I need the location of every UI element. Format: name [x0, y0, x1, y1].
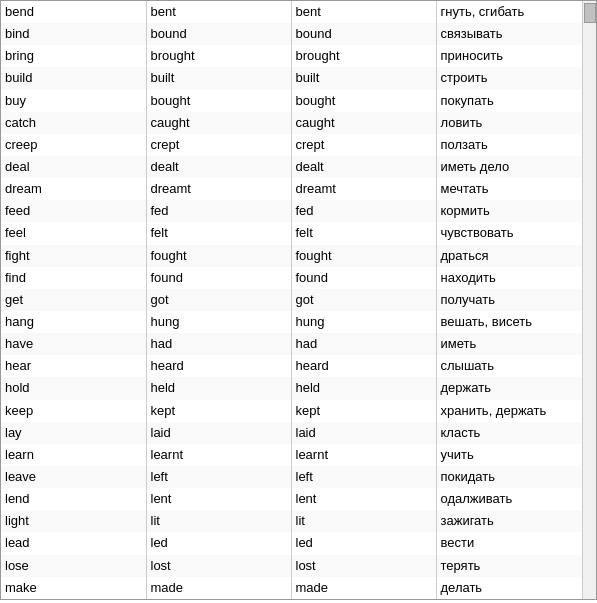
table-cell: hold	[1, 377, 146, 399]
table-row: catchcaughtcaughtловить	[1, 112, 584, 134]
table-cell: вешать, висеть	[436, 311, 584, 333]
table-row: lendlentlentодалживать	[1, 488, 584, 510]
table-cell: buy	[1, 90, 146, 112]
table-cell: catch	[1, 112, 146, 134]
table-cell: led	[291, 532, 436, 554]
table-cell: находить	[436, 267, 584, 289]
table-cell: lend	[1, 488, 146, 510]
table-cell: found	[146, 267, 291, 289]
table-cell: lose	[1, 555, 146, 577]
table-cell: learn	[1, 444, 146, 466]
table-cell: fight	[1, 245, 146, 267]
table-row: bringbroughtbroughtприносить	[1, 45, 584, 67]
table-cell: терять	[436, 555, 584, 577]
table-row: learnlearntlearntучить	[1, 444, 584, 466]
table-cell: keep	[1, 400, 146, 422]
table-cell: build	[1, 67, 146, 89]
table-cell: led	[146, 532, 291, 554]
table-cell: bound	[146, 23, 291, 45]
table-cell: гнуть, сгибать	[436, 1, 584, 23]
table-row: dealdealtdealtиметь дело	[1, 156, 584, 178]
table-cell: хранить, держать	[436, 400, 584, 422]
table-cell: learnt	[291, 444, 436, 466]
table-cell: left	[291, 466, 436, 488]
table-cell: brought	[291, 45, 436, 67]
table-cell: fought	[291, 245, 436, 267]
irregular-verbs-table: bendbentbentгнуть, сгибатьbindboundbound…	[1, 1, 584, 599]
table-cell: связывать	[436, 23, 584, 45]
table-cell: приносить	[436, 45, 584, 67]
table-cell: fed	[146, 200, 291, 222]
table-cell: получать	[436, 289, 584, 311]
table-cell: got	[291, 289, 436, 311]
table-cell: bound	[291, 23, 436, 45]
table-cell: learnt	[146, 444, 291, 466]
table-row: bindboundboundсвязывать	[1, 23, 584, 45]
table-cell: lent	[146, 488, 291, 510]
table-cell: покупать	[436, 90, 584, 112]
table-cell: держать	[436, 377, 584, 399]
table-cell: built	[146, 67, 291, 89]
table-cell: bent	[146, 1, 291, 23]
table-cell: dealt	[291, 156, 436, 178]
table-cell: heard	[291, 355, 436, 377]
table-cell: драться	[436, 245, 584, 267]
table-row: loselostlostтерять	[1, 555, 584, 577]
table-row: leadledledвести	[1, 532, 584, 554]
table-cell: held	[291, 377, 436, 399]
table-cell: light	[1, 510, 146, 532]
table-cell: вести	[436, 532, 584, 554]
table-cell: ползать	[436, 134, 584, 156]
table-cell: deal	[1, 156, 146, 178]
table-cell: dreamt	[146, 178, 291, 200]
table-cell: find	[1, 267, 146, 289]
table-row: holdheldheldдержать	[1, 377, 584, 399]
table-row: feelfeltfeltчувствовать	[1, 222, 584, 244]
table-cell: lead	[1, 532, 146, 554]
table-row: havehadhadиметь	[1, 333, 584, 355]
table-cell: bought	[146, 90, 291, 112]
table-cell: слышать	[436, 355, 584, 377]
table-cell: feed	[1, 200, 146, 222]
table-cell: hear	[1, 355, 146, 377]
table-cell: bought	[291, 90, 436, 112]
table-cell: caught	[146, 112, 291, 134]
scrollbar[interactable]	[582, 1, 596, 599]
table-row: buildbuiltbuiltстроить	[1, 67, 584, 89]
table-cell: had	[291, 333, 436, 355]
table-cell: crept	[291, 134, 436, 156]
table-cell: feel	[1, 222, 146, 244]
scrollbar-thumb[interactable]	[584, 3, 596, 23]
table-cell: bent	[291, 1, 436, 23]
table-cell: учить	[436, 444, 584, 466]
table-cell: lit	[146, 510, 291, 532]
table-cell: одалживать	[436, 488, 584, 510]
table-cell: зажигать	[436, 510, 584, 532]
table-cell: made	[146, 577, 291, 599]
table-cell: hung	[146, 311, 291, 333]
table-cell: brought	[146, 45, 291, 67]
table-cell: get	[1, 289, 146, 311]
table-row: feedfedfedкормить	[1, 200, 584, 222]
table-cell: строить	[436, 67, 584, 89]
table-cell: laid	[291, 422, 436, 444]
table-cell: hang	[1, 311, 146, 333]
table-cell: caught	[291, 112, 436, 134]
table-cell: покидать	[436, 466, 584, 488]
table-cell: kept	[291, 400, 436, 422]
table-cell: bring	[1, 45, 146, 67]
table-cell: hung	[291, 311, 436, 333]
table-row: bendbentbentгнуть, сгибать	[1, 1, 584, 23]
table-row: fightfoughtfoughtдраться	[1, 245, 584, 267]
table-cell: dealt	[146, 156, 291, 178]
table-row: findfoundfoundнаходить	[1, 267, 584, 289]
table-cell: make	[1, 577, 146, 599]
table-cell: fought	[146, 245, 291, 267]
table-cell: кормить	[436, 200, 584, 222]
table-cell: чувствовать	[436, 222, 584, 244]
table-cell: lost	[146, 555, 291, 577]
table-row: buyboughtboughtпокупать	[1, 90, 584, 112]
table-cell: мечтать	[436, 178, 584, 200]
table-cell: creep	[1, 134, 146, 156]
table-row: keepkeptkeptхранить, держать	[1, 400, 584, 422]
